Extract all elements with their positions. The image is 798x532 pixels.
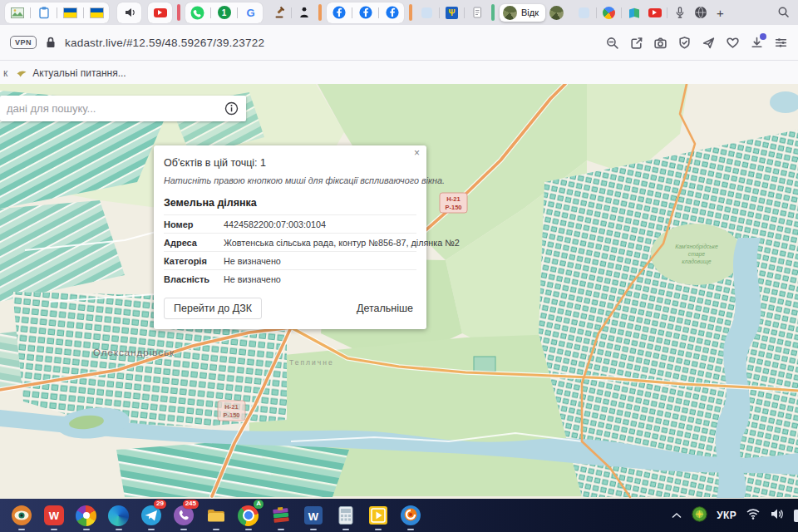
auction-gavel-tab-icon[interactable] (269, 3, 288, 22)
google-tab-icon[interactable]: G (241, 3, 260, 22)
running-indicator (148, 529, 155, 531)
info-icon[interactable] (217, 101, 246, 116)
vpn-badge[interactable]: VPN (10, 36, 37, 49)
viber-icon[interactable]: 245 (167, 499, 200, 532)
onefootball-tab-icon[interactable]: 1 (214, 3, 234, 22)
potplayer-icon[interactable] (362, 499, 394, 532)
pinned-tab-group (117, 2, 141, 23)
svg-text:старе: старе (688, 251, 706, 258)
telegram-badge: 29 (154, 500, 166, 509)
ukraine-flag-tab-icon[interactable] (87, 3, 106, 22)
tab-group-marker-orange (318, 4, 322, 21)
microphone-tab-icon[interactable] (670, 3, 689, 22)
new-tab-button[interactable]: + (712, 6, 729, 20)
bookmark-overflow-text[interactable]: к (3, 67, 7, 79)
globe-tab-icon[interactable] (691, 3, 710, 22)
bookmarks-bar: к Актуальні питання... (0, 61, 798, 86)
winrar-icon[interactable] (264, 499, 297, 532)
running-indicator (407, 529, 414, 531)
search-input[interactable] (0, 102, 217, 115)
popup-row-number: Номер 4424582200:07:003:0104 (164, 214, 416, 233)
zoom-out-icon[interactable] (605, 36, 619, 50)
speaker-tab-icon[interactable] (120, 3, 139, 22)
pinwheel-tab-icon[interactable] (599, 3, 618, 22)
running-indicator (51, 529, 57, 531)
tab-separator (30, 7, 31, 18)
url-text[interactable]: kadastr.live/#12.59/48.59267/39.23722 (65, 37, 264, 49)
wps-office-icon[interactable]: W (37, 499, 70, 532)
telegram-icon[interactable]: 29 (135, 499, 167, 532)
whatsapp-tab-icon[interactable] (188, 3, 207, 22)
ukraine-flag-tab-icon[interactable] (61, 3, 80, 22)
row-value: Жовтенська сільська рада, контур №856-87… (224, 238, 460, 248)
extensions-sliders-icon[interactable] (774, 36, 788, 50)
youtube-tab-icon[interactable] (150, 3, 170, 22)
search-tabs-icon[interactable] (774, 3, 793, 22)
downloads-icon[interactable] (750, 36, 764, 50)
pinned-tab-group (148, 2, 172, 23)
file-explorer-icon[interactable] (200, 499, 232, 532)
pinned-tab-group: 1 G (185, 2, 263, 23)
inactive-ghost-tab-icon[interactable] (574, 3, 594, 22)
running-indicator (375, 529, 382, 531)
tray-green-app-icon[interactable] (692, 506, 707, 525)
media-app-icon[interactable] (394, 499, 426, 532)
running-indicator (116, 529, 122, 531)
running-indicator (83, 529, 90, 531)
volume-icon[interactable] (770, 508, 785, 524)
edge-browser-icon[interactable] (102, 499, 135, 532)
eye-app-icon[interactable] (5, 499, 37, 532)
facebook-tab-icon[interactable] (329, 3, 348, 22)
popup-title: Об'єктів в цій точці: 1 (164, 157, 416, 169)
tab-separator (439, 7, 440, 18)
screenshot-camera-icon[interactable] (653, 36, 667, 50)
active-tab-kadastr[interactable]: Відк (500, 4, 545, 22)
inactive-ghost-tab-icon[interactable] (417, 3, 436, 22)
row-label: Адреса (164, 238, 224, 248)
bookmark-item[interactable]: Актуальні питання... (12, 66, 129, 81)
row-value: Не визначено (224, 256, 416, 266)
person-silhouette-tab-icon[interactable] (294, 3, 313, 22)
calculator-icon[interactable] (329, 499, 362, 532)
clipboard-tab-icon[interactable] (34, 3, 53, 22)
svg-text:Н-21: Н-21 (224, 403, 238, 411)
running-indicator (342, 529, 349, 531)
tray-clipped-icon[interactable] (794, 510, 798, 522)
tab-separator (57, 7, 57, 18)
row-label: Номер (164, 219, 224, 229)
popup-row-address: Адреса Жовтенська сільська рада, контур … (164, 233, 416, 251)
lock-icon[interactable] (45, 36, 57, 49)
running-indicator (245, 529, 252, 531)
chrome-browser-icon[interactable]: A (232, 499, 264, 532)
image-thumbnail-tab[interactable] (7, 3, 27, 22)
close-icon[interactable]: × (414, 148, 420, 158)
running-indicator (310, 529, 317, 531)
svg-text:Р-150: Р-150 (223, 411, 239, 419)
photos-pinwheel-icon[interactable] (70, 499, 102, 532)
details-button[interactable]: Детальніше (353, 298, 416, 318)
svg-text:W: W (308, 510, 318, 523)
edit-page-icon[interactable] (629, 36, 643, 50)
wifi-icon[interactable] (746, 508, 761, 524)
goto-dzk-button[interactable]: Перейти до ДЗК (164, 298, 262, 319)
tray-expand-icon[interactable] (671, 508, 682, 523)
bookmark-heart-icon[interactable] (726, 36, 740, 50)
language-indicator[interactable]: УКР (717, 510, 736, 521)
ukraine-trident-tab-icon[interactable]: Ψ (442, 3, 461, 22)
row-value: 4424582200:07:003:0104 (224, 219, 416, 229)
row-value: Не визначено (224, 274, 416, 284)
book-tab-icon[interactable] (624, 3, 643, 22)
camo-tab-icon[interactable] (547, 3, 566, 22)
facebook-tab-icon[interactable] (356, 3, 375, 22)
tab-separator (237, 7, 238, 18)
send-tab-icon[interactable] (702, 36, 716, 50)
document-tab-icon[interactable] (467, 3, 486, 22)
city-label: Олександрівськ (93, 347, 175, 357)
facebook-tab-icon[interactable] (382, 3, 401, 22)
running-indicator (180, 529, 187, 531)
road-shield: Н-21 Р-150 (440, 193, 467, 213)
running-indicator (18, 529, 25, 531)
shield-check-icon[interactable] (677, 36, 692, 50)
word-icon[interactable]: W (297, 499, 329, 532)
youtube-tab-icon[interactable] (645, 3, 664, 22)
